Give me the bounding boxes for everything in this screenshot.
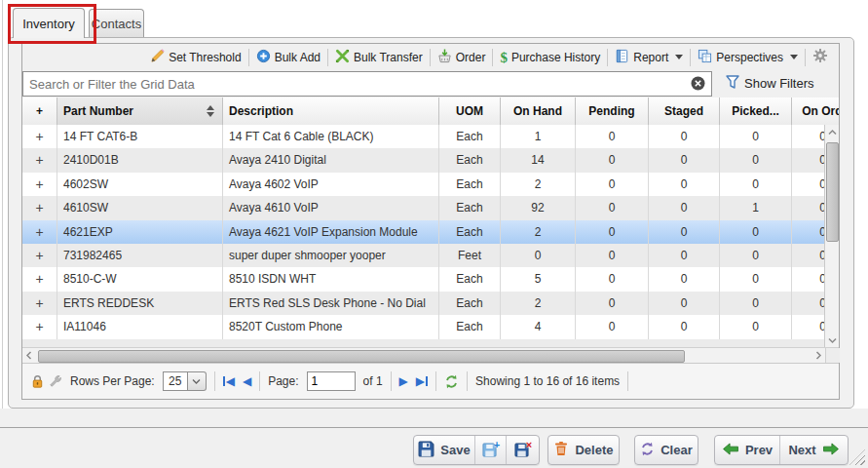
- refresh-icon[interactable]: [444, 374, 459, 389]
- header-on-order[interactable]: On Order: [792, 98, 839, 125]
- next-button[interactable]: Next: [780, 436, 848, 464]
- report-icon: [615, 49, 629, 66]
- report-button[interactable]: Report: [608, 46, 690, 69]
- row-expander-icon[interactable]: +: [22, 173, 57, 196]
- report-label: Report: [633, 51, 668, 64]
- cell-staged: 0: [649, 315, 720, 338]
- prev-next-button-group: Prev Next: [714, 435, 849, 465]
- cell-pending: 0: [576, 315, 649, 338]
- header-expander[interactable]: +: [22, 98, 57, 125]
- cell-staged: 0: [649, 220, 720, 244]
- cell-part-number: 8510-C-W: [57, 267, 223, 291]
- cell-description: 8520T Custom Phone: [223, 315, 439, 338]
- horizontal-scrollbar[interactable]: [22, 347, 839, 363]
- grid-settings-button[interactable]: [806, 46, 835, 69]
- row-expander-icon[interactable]: +: [22, 267, 57, 291]
- clear-button[interactable]: Clear: [634, 435, 698, 465]
- purchase-history-button[interactable]: $ Purchase History: [493, 46, 607, 69]
- header-part-number[interactable]: Part Number: [57, 98, 223, 125]
- arrow-left-icon: [722, 443, 739, 458]
- scroll-up-icon[interactable]: [825, 125, 839, 139]
- order-label: Order: [456, 51, 486, 64]
- header-uom[interactable]: UOM: [439, 98, 501, 125]
- previous-page-button[interactable]: ◀: [243, 374, 251, 388]
- table-row[interactable]: + ERTS REDDESK ERTS Red SLS Desk Phone -…: [22, 292, 824, 315]
- rows-per-page-select[interactable]: 25: [163, 371, 207, 391]
- horizontal-scrollbar-thumb[interactable]: [38, 350, 685, 363]
- cell-on-order: 0: [792, 267, 824, 291]
- save-button[interactable]: Save: [414, 436, 475, 464]
- show-filters-button[interactable]: Show Filters: [726, 75, 814, 92]
- table-row[interactable]: + 2410D01B Avaya 2410 Digital Each 14 0 …: [22, 148, 824, 172]
- cell-part-number: 4610SW: [57, 196, 223, 219]
- wrench-icon[interactable]: [49, 374, 62, 388]
- row-expander-icon[interactable]: +: [22, 125, 57, 148]
- scroll-right-icon[interactable]: [811, 348, 825, 363]
- cell-pending: 0: [576, 196, 649, 219]
- grid-toolbar: Set Threshold Bulk Add Bulk Transfer Ord…: [22, 44, 839, 70]
- vertical-scrollbar[interactable]: [824, 125, 839, 347]
- table-row[interactable]: + 8510-C-W 8510 ISDN WHT Each 5 0 0 0 0: [22, 267, 824, 291]
- lock-icon[interactable]: [30, 374, 45, 389]
- table-row[interactable]: + 731982465 super duper shmooper yooper …: [22, 244, 824, 267]
- cell-staged: 0: [649, 125, 720, 148]
- cell-staged: 0: [649, 196, 720, 219]
- rows-per-page-label: Rows Per Page:: [70, 374, 155, 388]
- row-expander-icon[interactable]: +: [22, 148, 57, 172]
- grid-body: + 14 FT CAT6-B 14 FT Cat 6 Cable (BLACK)…: [22, 125, 824, 347]
- header-staged[interactable]: Staged: [649, 98, 720, 125]
- save-and-close-button[interactable]: ×: [507, 436, 539, 464]
- cell-on-order: 0: [792, 220, 824, 244]
- save-and-new-button[interactable]: +: [475, 436, 507, 464]
- select-chevron-icon[interactable]: [188, 371, 207, 391]
- row-expander-icon[interactable]: +: [22, 196, 57, 219]
- cell-part-number: 14 FT CAT6-B: [57, 125, 223, 148]
- delete-button[interactable]: Delete: [547, 435, 620, 465]
- table-row[interactable]: + 4610SW Avaya 4610 VoIP Each 92 0 0 1 0: [22, 196, 824, 219]
- cell-uom: Each: [439, 292, 501, 315]
- cell-staged: 0: [649, 148, 720, 172]
- cell-on-order: 0: [792, 244, 824, 267]
- row-expander-icon[interactable]: +: [22, 315, 57, 338]
- scroll-down-icon[interactable]: [825, 332, 839, 347]
- row-expander-icon[interactable]: +: [22, 220, 57, 244]
- scroll-left-icon[interactable]: [22, 348, 36, 363]
- page-number-input[interactable]: [307, 371, 356, 391]
- dollar-icon: $: [500, 51, 508, 64]
- clear-search-icon[interactable]: [691, 76, 705, 91]
- cell-pending: 0: [576, 173, 649, 196]
- header-description[interactable]: Description: [223, 98, 439, 125]
- row-expander-icon[interactable]: +: [22, 292, 57, 315]
- row-expander-icon[interactable]: +: [22, 244, 57, 267]
- next-page-button[interactable]: ▶: [399, 374, 408, 388]
- table-row[interactable]: + 14 FT CAT6-B 14 FT Cat 6 Cable (BLACK)…: [22, 125, 824, 148]
- header-picked[interactable]: Picked...: [720, 98, 792, 125]
- save-plus-icon: +: [482, 443, 498, 458]
- cell-pending: 0: [576, 244, 649, 267]
- table-row-selected[interactable]: + 4621EXP Avaya 4621 VoIP Expansion Modu…: [22, 220, 824, 244]
- perspectives-button[interactable]: Perspectives: [691, 46, 805, 69]
- vertical-scrollbar-thumb[interactable]: [826, 142, 839, 242]
- cell-on-order: 0: [792, 315, 824, 338]
- rows-per-page-value: 25: [163, 371, 188, 391]
- header-on-hand[interactable]: On Hand: [501, 98, 576, 125]
- sort-arrows-icon: [207, 105, 214, 117]
- table-row[interactable]: + 4602SW Avaya 4602 VoIP Each 2 0 0 0 0: [22, 173, 824, 196]
- last-page-button[interactable]: ▶: [416, 374, 428, 388]
- order-button[interactable]: Order: [431, 46, 493, 69]
- header-pending[interactable]: Pending: [576, 98, 649, 125]
- pager-separator: [467, 371, 468, 391]
- page-label: Page:: [268, 374, 298, 388]
- bulk-add-button[interactable]: Bulk Add: [249, 46, 327, 69]
- cell-part-number: 4621EXP: [57, 220, 223, 244]
- cell-part-number: IA11046: [57, 315, 223, 338]
- bulk-transfer-button[interactable]: Bulk Transfer: [328, 46, 430, 69]
- set-threshold-button[interactable]: Set Threshold: [143, 46, 248, 69]
- cell-on-hand: 1: [501, 125, 576, 148]
- prev-button[interactable]: Prev: [715, 436, 780, 464]
- tab-contacts[interactable]: Contacts: [89, 9, 144, 37]
- table-row[interactable]: + IA11046 8520T Custom Phone Each 4 0 0 …: [22, 315, 824, 338]
- first-page-button[interactable]: ◀: [223, 374, 235, 388]
- cell-pending: 0: [576, 148, 649, 172]
- search-input[interactable]: [22, 71, 712, 97]
